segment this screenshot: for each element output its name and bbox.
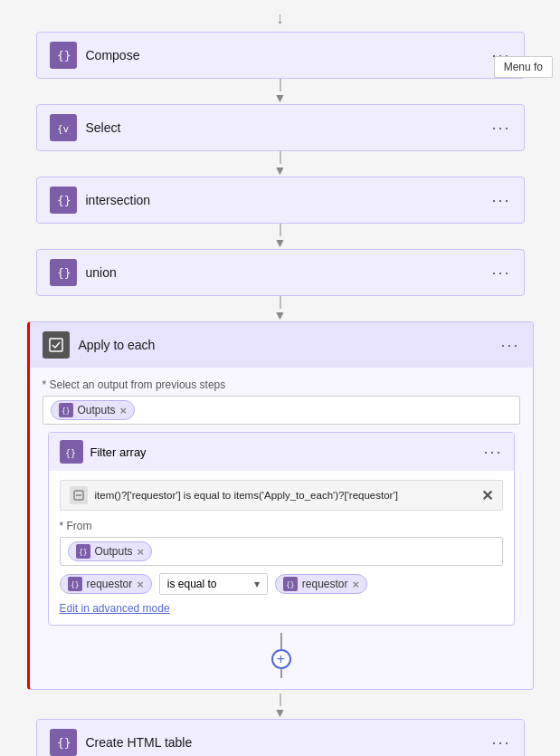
edit-advanced-link[interactable]: Edit in advanced mode xyxy=(60,602,170,615)
svg-text:{}: {} xyxy=(79,549,88,556)
filter-operator-chevron: ▾ xyxy=(254,578,260,590)
compose-title: Compose xyxy=(86,48,140,62)
svg-text:{}: {} xyxy=(57,736,71,750)
svg-text:{}: {} xyxy=(57,194,71,207)
top-connector-arrow: ↓ xyxy=(276,9,284,28)
filter-from-chip-remove[interactable]: × xyxy=(138,545,145,559)
condition-close-button[interactable]: ✕ xyxy=(481,487,493,504)
apply-each-icon xyxy=(43,331,70,359)
union-icon: {} xyxy=(50,259,77,286)
connector-2-arrow: ▼ xyxy=(274,164,287,177)
svg-text:{}: {} xyxy=(65,448,76,458)
filter-from-label: * From xyxy=(60,520,503,532)
compose-icon: {} xyxy=(50,42,77,69)
filter-field1-chip[interactable]: {} requestor × xyxy=(60,574,152,594)
intersection-card[interactable]: {} intersection ··· xyxy=(36,177,525,224)
filter-operator-select[interactable]: is equal to ▾ xyxy=(159,573,268,595)
connector-4-arrow: ▼ xyxy=(274,309,287,321)
menu-tooltip: Menu fo xyxy=(494,56,553,78)
filter-from-chip-icon: {} xyxy=(76,544,90,559)
svg-text:{}: {} xyxy=(57,266,71,280)
select-card[interactable]: {v} Select ··· xyxy=(36,104,525,151)
svg-rect-4 xyxy=(50,339,62,351)
filter-from-chip: {} Outputs × xyxy=(68,541,153,561)
filter-array-card: {} Filter array ··· item()?['requestor' xyxy=(48,432,515,626)
svg-text:{}: {} xyxy=(62,407,71,415)
svg-text:{}: {} xyxy=(286,581,295,589)
connector-3-arrow: ▼ xyxy=(274,236,287,249)
select-title: Select xyxy=(86,120,121,135)
filter-field2-remove[interactable]: × xyxy=(353,578,360,591)
apply-each-title: Apply to each xyxy=(79,338,156,352)
union-title: union xyxy=(86,265,117,280)
create-table-title: Create HTML table xyxy=(86,735,193,750)
create-html-table-card: {} Create HTML table ··· * From {} Body … xyxy=(36,719,525,756)
filter-array-more-button[interactable]: ··· xyxy=(483,443,502,462)
apply-each-container: Apply to each ··· * Select an output fro… xyxy=(27,321,534,690)
apply-each-select-label: * Select an output from previous steps xyxy=(43,378,520,391)
svg-text:{v}: {v} xyxy=(57,123,71,135)
connector-5-arrow: ▼ xyxy=(274,706,287,719)
condition-icon xyxy=(70,486,88,504)
condition-text: item()?['requestor'] is equal to items('… xyxy=(95,490,398,501)
filter-array-title: Filter array xyxy=(90,445,147,459)
condition-row: item()?['requestor'] is equal to items('… xyxy=(60,480,503,511)
select-more-button[interactable]: ··· xyxy=(491,119,510,138)
apply-each-outputs-field[interactable]: {} Outputs × xyxy=(43,396,520,425)
intersection-title: intersection xyxy=(86,193,151,207)
create-table-header[interactable]: {} Create HTML table ··· xyxy=(37,720,524,756)
connector-1-arrow: ▼ xyxy=(274,91,287,104)
apply-each-more-button[interactable]: ··· xyxy=(500,336,519,355)
plus-connector: + xyxy=(43,633,520,678)
svg-text:{}: {} xyxy=(71,581,80,589)
outputs-chip: {} Outputs × xyxy=(51,400,136,420)
intersection-icon: {} xyxy=(50,187,77,214)
svg-text:{}: {} xyxy=(57,49,71,62)
union-card[interactable]: {} union ··· xyxy=(36,249,525,296)
filter-field2-icon: {} xyxy=(283,577,298,591)
union-more-button[interactable]: ··· xyxy=(491,263,510,282)
create-table-more-button[interactable]: ··· xyxy=(491,733,510,752)
filter-field1-icon: {} xyxy=(68,577,82,591)
filter-array-header[interactable]: {} Filter array ··· xyxy=(49,433,514,471)
outputs-chip-icon: {} xyxy=(59,403,73,417)
filter-field2-chip[interactable]: {} requestor × xyxy=(275,574,367,594)
create-table-icon: {} xyxy=(50,729,77,756)
filter-from-row: * From {} Outputs × xyxy=(60,520,503,566)
filter-from-input[interactable]: {} Outputs × xyxy=(60,537,503,566)
filter-conditions: {} requestor × is equal to ▾ {} xyxy=(60,573,503,595)
select-icon: {v} xyxy=(50,114,77,141)
filter-array-icon: {} xyxy=(60,440,83,464)
add-step-button[interactable]: + xyxy=(271,649,291,669)
apply-each-header[interactable]: Apply to each ··· xyxy=(30,322,533,368)
intersection-more-button[interactable]: ··· xyxy=(491,191,510,210)
outputs-chip-remove[interactable]: × xyxy=(120,404,128,417)
compose-card[interactable]: {} Compose ··· xyxy=(36,32,525,79)
filter-field1-remove[interactable]: × xyxy=(137,578,144,591)
